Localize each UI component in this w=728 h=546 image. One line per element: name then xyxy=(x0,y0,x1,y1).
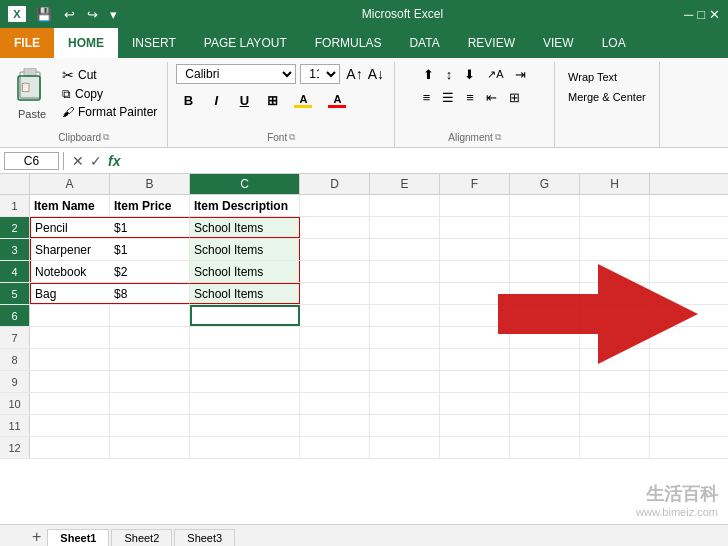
align-center-btn[interactable]: ☰ xyxy=(437,87,459,108)
cell-c12[interactable] xyxy=(190,437,300,458)
redo-icon[interactable]: ↪ xyxy=(83,7,102,22)
minimize-btn[interactable]: ─ xyxy=(684,7,693,22)
cell-c5[interactable]: School Items xyxy=(190,283,300,304)
copy-button[interactable]: ⧉ Copy xyxy=(60,86,159,102)
cell-a11[interactable] xyxy=(30,415,110,436)
cell-g8[interactable] xyxy=(510,349,580,370)
cell-b6[interactable] xyxy=(110,305,190,326)
cell-a12[interactable] xyxy=(30,437,110,458)
cell-c10[interactable] xyxy=(190,393,300,414)
save-icon[interactable]: 💾 xyxy=(32,7,56,22)
cell-g12[interactable] xyxy=(510,437,580,458)
indent-level-btn[interactable]: ⊞ xyxy=(504,87,525,108)
close-btn[interactable]: ✕ xyxy=(709,7,720,22)
maximize-btn[interactable]: □ xyxy=(697,7,705,22)
merge-center-button[interactable]: Merge & Center xyxy=(563,88,651,106)
tab-view[interactable]: VIEW xyxy=(529,28,588,58)
cell-a1[interactable]: Item Name xyxy=(30,195,110,216)
cell-f4[interactable] xyxy=(440,261,510,282)
cell-f11[interactable] xyxy=(440,415,510,436)
format-painter-button[interactable]: 🖌 Format Painter xyxy=(60,104,159,120)
align-bottom-btn[interactable]: ⬇ xyxy=(459,64,480,85)
wrap-text-button[interactable]: Wrap Text xyxy=(563,68,622,86)
customize-icon[interactable]: ▾ xyxy=(106,7,121,22)
alignment-expand-icon[interactable]: ⧉ xyxy=(495,132,501,143)
cell-e6[interactable] xyxy=(370,305,440,326)
cell-g11[interactable] xyxy=(510,415,580,436)
cell-d3[interactable] xyxy=(300,239,370,260)
cell-h9[interactable] xyxy=(580,371,650,392)
tab-page-layout[interactable]: PAGE LAYOUT xyxy=(190,28,301,58)
cell-e5[interactable] xyxy=(370,283,440,304)
font-name-select[interactable]: Calibri xyxy=(176,64,296,84)
cell-a6[interactable] xyxy=(30,305,110,326)
cell-b12[interactable] xyxy=(110,437,190,458)
cell-g6[interactable] xyxy=(510,305,580,326)
cut-button[interactable]: ✂ Cut xyxy=(60,66,159,84)
col-header-a[interactable]: A xyxy=(30,174,110,194)
cell-e12[interactable] xyxy=(370,437,440,458)
cell-g4[interactable] xyxy=(510,261,580,282)
tab-load[interactable]: LOA xyxy=(588,28,640,58)
cell-e9[interactable] xyxy=(370,371,440,392)
cell-h6[interactable] xyxy=(580,305,650,326)
confirm-formula-icon[interactable]: ✓ xyxy=(90,153,102,169)
cell-h11[interactable] xyxy=(580,415,650,436)
cell-f8[interactable] xyxy=(440,349,510,370)
cell-h2[interactable] xyxy=(580,217,650,238)
cell-d9[interactable] xyxy=(300,371,370,392)
font-increase-btn[interactable]: A↑ xyxy=(344,66,364,82)
cell-e8[interactable] xyxy=(370,349,440,370)
font-color-button[interactable]: A xyxy=(322,91,352,110)
cell-b8[interactable] xyxy=(110,349,190,370)
fill-color-button[interactable]: A xyxy=(288,91,318,110)
cell-e10[interactable] xyxy=(370,393,440,414)
cell-c3[interactable]: School Items xyxy=(190,239,300,260)
paste-button[interactable]: 📋 Paste xyxy=(8,66,56,122)
undo-icon[interactable]: ↩ xyxy=(60,7,79,22)
cell-b3[interactable]: $1 xyxy=(110,239,190,260)
sheet-tab-2[interactable]: Sheet2 xyxy=(111,529,172,546)
cell-f2[interactable] xyxy=(440,217,510,238)
cell-d7[interactable] xyxy=(300,327,370,348)
cell-h12[interactable] xyxy=(580,437,650,458)
indent-decrease-btn[interactable]: ⇤ xyxy=(481,87,502,108)
font-expand-icon[interactable]: ⧉ xyxy=(289,132,295,143)
cell-b2[interactable]: $1 xyxy=(110,217,190,238)
cell-e3[interactable] xyxy=(370,239,440,260)
col-header-g[interactable]: G xyxy=(510,174,580,194)
cell-g2[interactable] xyxy=(510,217,580,238)
cell-f1[interactable] xyxy=(440,195,510,216)
cell-b7[interactable] xyxy=(110,327,190,348)
cell-d1[interactable] xyxy=(300,195,370,216)
col-header-c[interactable]: C xyxy=(190,174,300,194)
cell-d12[interactable] xyxy=(300,437,370,458)
cell-d4[interactable] xyxy=(300,261,370,282)
cell-g3[interactable] xyxy=(510,239,580,260)
cell-h5[interactable] xyxy=(580,283,650,304)
cell-a10[interactable] xyxy=(30,393,110,414)
cell-e4[interactable] xyxy=(370,261,440,282)
cell-h4[interactable] xyxy=(580,261,650,282)
cell-b10[interactable] xyxy=(110,393,190,414)
cell-h7[interactable] xyxy=(580,327,650,348)
align-right-btn[interactable]: ≡ xyxy=(461,87,479,108)
indent-increase-btn[interactable]: ⇥ xyxy=(510,64,531,85)
cell-b5[interactable]: $8 xyxy=(110,283,190,304)
window-controls[interactable]: 💾 ↩ ↪ ▾ xyxy=(32,7,121,22)
col-header-f[interactable]: F xyxy=(440,174,510,194)
col-header-d[interactable]: D xyxy=(300,174,370,194)
add-sheet-btn[interactable]: + xyxy=(30,528,43,546)
tab-home[interactable]: HOME xyxy=(54,28,118,58)
sheet-tab-1[interactable]: Sheet1 xyxy=(47,529,109,546)
cell-f6[interactable] xyxy=(440,305,510,326)
cell-c2[interactable]: School Items xyxy=(190,217,300,238)
italic-button[interactable]: I xyxy=(204,91,228,110)
cell-f10[interactable] xyxy=(440,393,510,414)
cell-h3[interactable] xyxy=(580,239,650,260)
cell-a2[interactable]: Pencil xyxy=(30,217,110,238)
tab-file[interactable]: FILE xyxy=(0,28,54,58)
tab-review[interactable]: REVIEW xyxy=(454,28,529,58)
cell-f12[interactable] xyxy=(440,437,510,458)
cell-e2[interactable] xyxy=(370,217,440,238)
